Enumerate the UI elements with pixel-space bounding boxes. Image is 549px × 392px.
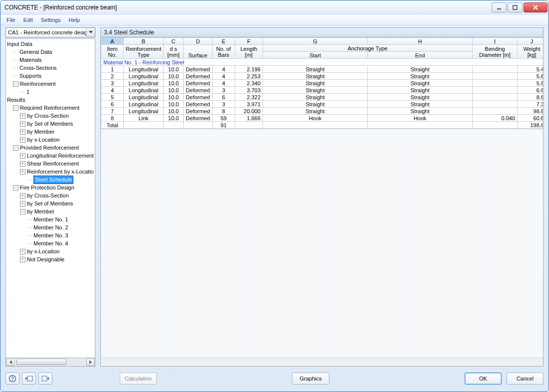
table-cell[interactable]: 2.322 [235, 94, 263, 101]
scroll-right-icon[interactable] [86, 359, 95, 366]
expand-icon[interactable]: + [20, 249, 25, 254]
table-cell[interactable]: 1.666 [235, 115, 263, 122]
grid-bottom-scroll[interactable] [101, 358, 543, 366]
table-row[interactable]: 7Longitudinal10.0Deformed820.000Straight… [101, 108, 544, 115]
table-cell[interactable]: Deformed [184, 108, 213, 115]
tree-fp-by-member[interactable]: by Member [27, 208, 54, 215]
tree-member-1[interactable]: Member No. 1 [33, 216, 68, 223]
table-cell[interactable]: 10.0 [164, 94, 184, 101]
table-cell[interactable]: Straight [263, 80, 368, 87]
table-cell[interactable] [124, 122, 164, 129]
collapse-icon[interactable]: − [13, 105, 18, 111]
table-cell[interactable]: 3 [213, 101, 235, 108]
tree-reinforcement[interactable]: Reinforcement [20, 80, 56, 88]
table-cell[interactable] [235, 122, 263, 129]
collapse-icon[interactable]: − [20, 209, 25, 214]
table-cell[interactable]: 6 [213, 94, 235, 101]
tree-member-3[interactable]: Member No. 3 [33, 232, 68, 239]
table-cell[interactable]: Longitudinal [124, 80, 164, 87]
table-cell[interactable]: 3.971 [235, 101, 263, 108]
menu-settings[interactable]: Settings [37, 16, 65, 24]
table-cell[interactable]: 7 [101, 108, 124, 115]
table-cell[interactable]: 3 [213, 87, 235, 94]
table-cell[interactable]: 8 [213, 108, 235, 115]
table-cell[interactable]: Deformed [184, 101, 213, 108]
table-cell[interactable]: Straight [368, 66, 473, 73]
table-cell[interactable]: Straight [263, 87, 368, 94]
tree-member-2[interactable]: Member No. 2 [33, 224, 68, 231]
tree-by-x-location[interactable]: by x-Location [27, 136, 59, 144]
table-cell[interactable]: 2.196 [235, 66, 263, 73]
table-cell[interactable]: Straight [368, 80, 473, 87]
table-cell[interactable]: Longitudinal [124, 66, 164, 73]
table-cell[interactable]: Straight [263, 101, 368, 108]
tree-fire-protection[interactable]: Fire Protection Design [20, 184, 74, 192]
table-cell[interactable]: Straight [263, 73, 368, 80]
table-cell[interactable] [473, 87, 518, 94]
col-G[interactable]: G [263, 38, 368, 45]
table-cell[interactable]: Hook [263, 115, 368, 122]
table-cell[interactable]: 5 [101, 94, 124, 101]
table-cell[interactable]: 10.0 [164, 73, 184, 80]
scroll-left-icon[interactable] [6, 359, 14, 366]
table-cell[interactable]: 3.703 [235, 87, 263, 94]
tree-results[interactable]: Results [7, 96, 25, 104]
table-cell[interactable] [263, 122, 368, 129]
expand-icon[interactable]: + [20, 137, 25, 143]
table-section-row[interactable]: Material No. 1 - Reinforcing Steel [101, 59, 544, 66]
table-cell[interactable] [473, 101, 518, 108]
table-cell[interactable]: 198.8 [518, 122, 544, 129]
tree-required-reinforcement[interactable]: Required Reinforcement [20, 104, 79, 112]
scroll-track[interactable] [14, 359, 86, 366]
table-cell[interactable]: Longitudinal [124, 73, 164, 80]
table-cell[interactable]: Longitudinal [124, 94, 164, 101]
table-cell[interactable]: Total [101, 122, 124, 129]
expand-icon[interactable]: + [20, 113, 25, 119]
table-row[interactable]: 5Longitudinal10.0Deformed62.322StraightS… [101, 94, 544, 101]
table-cell[interactable]: Straight [263, 66, 368, 73]
table-cell[interactable]: 4 [213, 66, 235, 73]
expand-icon[interactable]: + [20, 169, 25, 175]
tree-supports[interactable]: Supports [19, 72, 41, 80]
tree-fp-by-x-location[interactable]: by x-Location [27, 248, 59, 255]
table-cell[interactable]: 2.253 [235, 73, 263, 80]
cancel-button[interactable]: Cancel [507, 373, 544, 385]
table-cell[interactable] [473, 80, 518, 87]
menu-help[interactable]: Help [64, 16, 84, 24]
tree-by-set-of-members[interactable]: by Set of Members [27, 120, 73, 128]
table-cell[interactable]: Link [124, 115, 164, 122]
table-cell[interactable]: Straight [368, 101, 473, 108]
tree-member-4[interactable]: Member No. 4 [33, 240, 68, 247]
table-cell[interactable]: 8 [101, 115, 124, 122]
col-I[interactable]: I [473, 38, 518, 45]
table-cell[interactable]: 91 [213, 122, 235, 129]
prev-table-button[interactable] [22, 373, 36, 385]
tree-by-member[interactable]: by Member [27, 128, 54, 136]
table-cell[interactable] [473, 66, 518, 73]
table-cell[interactable]: 60.6 [518, 115, 544, 122]
table-cell[interactable]: 10.0 [164, 101, 184, 108]
tree-not-designable[interactable]: Not Designable [27, 256, 64, 263]
collapse-icon[interactable]: − [13, 145, 18, 151]
table-cell[interactable]: 20.000 [235, 108, 263, 115]
expand-icon[interactable]: + [20, 161, 25, 167]
collapse-icon[interactable]: − [13, 81, 18, 87]
tree-longitudinal-reinf[interactable]: Longitudinal Reinforcement [27, 152, 94, 160]
table-cell[interactable]: 0.040 [473, 115, 518, 122]
tree-fp-by-cross-section[interactable]: by Cross-Section [27, 192, 69, 199]
table-cell[interactable]: Longitudinal [124, 108, 164, 115]
table-row[interactable]: 4Longitudinal10.0Deformed33.703StraightS… [101, 87, 544, 94]
table-cell[interactable]: 5.4 [518, 66, 544, 73]
table-cell[interactable] [368, 122, 473, 129]
table-cell[interactable]: Deformed [184, 73, 213, 80]
col-D[interactable]: D [184, 38, 213, 45]
tree-reinf-1[interactable]: 1 [26, 88, 29, 96]
scroll-thumb[interactable] [16, 359, 66, 365]
graphics-button[interactable]: Graphics [292, 373, 329, 385]
table-cell[interactable]: 6 [101, 101, 124, 108]
minimize-button[interactable] [492, 2, 507, 12]
table-cell[interactable]: 6.8 [518, 87, 544, 94]
expand-icon[interactable]: + [20, 121, 25, 127]
table-cell[interactable]: Deformed [184, 87, 213, 94]
tree-by-cross-section[interactable]: by Cross-Section [27, 112, 69, 120]
